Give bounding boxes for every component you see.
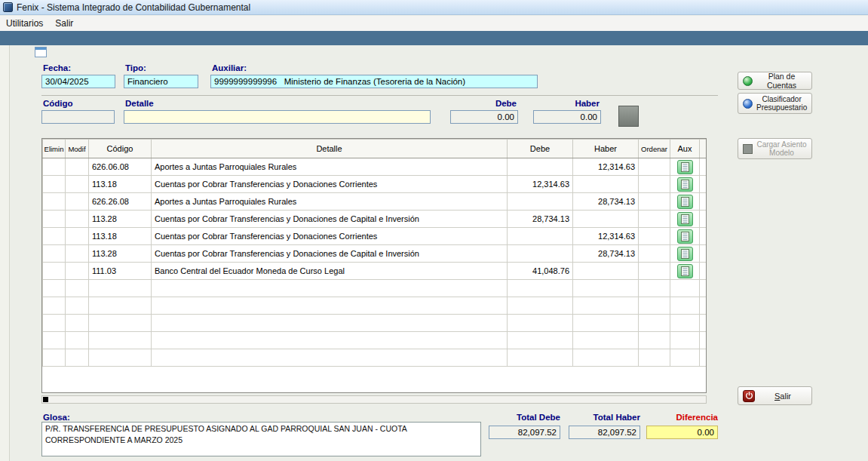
haber-cell[interactable]: 12,314.63 bbox=[573, 228, 639, 245]
clasificador-presupuestario-button[interactable]: Clasificador Presupuestario bbox=[738, 93, 812, 114]
aux-button[interactable] bbox=[677, 212, 693, 226]
ordenar-cell[interactable] bbox=[639, 193, 670, 211]
elimin-cell bbox=[43, 332, 66, 349]
salir-button[interactable]: Salir bbox=[738, 386, 812, 405]
haber-cell[interactable]: 28,734.13 bbox=[573, 193, 639, 211]
detalle-input[interactable] bbox=[124, 110, 431, 124]
haber-input[interactable] bbox=[533, 110, 601, 124]
ordenar-cell[interactable] bbox=[639, 228, 670, 245]
modif-cell[interactable] bbox=[66, 193, 89, 211]
fecha-input[interactable] bbox=[41, 75, 115, 88]
application-window: Fenix - Sistema Integrado de Contabilida… bbox=[0, 0, 868, 461]
debe-cell bbox=[508, 297, 573, 315]
tipo-label: Tipo: bbox=[125, 63, 146, 72]
aux-cell[interactable] bbox=[670, 245, 700, 263]
ordenar-cell[interactable] bbox=[639, 158, 670, 176]
haber-label: Haber bbox=[533, 99, 600, 108]
detalle-cell bbox=[152, 332, 508, 349]
entry-action-button[interactable] bbox=[618, 106, 639, 127]
elimin-cell[interactable] bbox=[43, 245, 66, 263]
note-icon bbox=[681, 180, 689, 189]
aux-cell[interactable] bbox=[670, 211, 700, 228]
new-document-button[interactable] bbox=[35, 47, 50, 60]
haber-cell[interactable] bbox=[573, 211, 639, 228]
elimin-cell bbox=[43, 315, 66, 332]
aux-button[interactable] bbox=[677, 264, 693, 278]
filler-cell bbox=[700, 158, 707, 176]
debe-cell[interactable] bbox=[508, 193, 573, 211]
modif-cell[interactable] bbox=[66, 176, 89, 193]
tipo-input[interactable] bbox=[124, 75, 198, 88]
codigo-cell[interactable]: 113.28 bbox=[89, 211, 152, 228]
aux-cell[interactable] bbox=[670, 228, 700, 245]
detalle-cell[interactable]: Cuentas por Cobrar Transferencias y Dona… bbox=[152, 211, 508, 228]
detalle-cell[interactable]: Cuentas por Cobrar Transferencias y Dona… bbox=[152, 245, 508, 263]
elimin-cell[interactable] bbox=[43, 193, 66, 211]
debe-cell[interactable]: 12,314.63 bbox=[508, 176, 573, 193]
modif-cell[interactable] bbox=[66, 263, 89, 280]
elimin-cell[interactable] bbox=[43, 228, 66, 245]
note-icon bbox=[681, 266, 689, 276]
elimin-cell[interactable] bbox=[43, 263, 66, 280]
codigo-input[interactable] bbox=[41, 110, 115, 124]
ordenar-cell[interactable] bbox=[639, 263, 670, 280]
debe-cell[interactable] bbox=[508, 158, 573, 176]
menu-salir[interactable]: Salir bbox=[49, 16, 79, 31]
codigo-cell bbox=[89, 315, 152, 332]
aux-cell[interactable] bbox=[670, 158, 700, 176]
filler-cell bbox=[700, 228, 707, 245]
total-haber-label: Total Haber bbox=[572, 413, 640, 422]
scrollbar-thumb[interactable] bbox=[43, 397, 48, 402]
glosa-textarea[interactable]: P/R. TRANSFERENCIA DE PRESUPUESTO ASIGNA… bbox=[41, 422, 481, 456]
ordenar-cell[interactable] bbox=[639, 245, 670, 263]
debe-cell[interactable] bbox=[508, 245, 573, 263]
aux-button[interactable] bbox=[677, 229, 693, 244]
elimin-cell[interactable] bbox=[43, 176, 66, 193]
modif-cell[interactable] bbox=[66, 228, 89, 245]
debe-input[interactable] bbox=[450, 110, 518, 124]
codigo-cell[interactable]: 626.26.08 bbox=[89, 193, 152, 211]
codigo-cell[interactable]: 626.06.08 bbox=[89, 158, 152, 176]
detalle-cell[interactable]: Banco Central del Ecuador Moneda de Curs… bbox=[152, 263, 508, 280]
entries-table-body: 626.06.08Aportes a Juntas Parroquiales R… bbox=[43, 158, 707, 367]
aux-cell[interactable] bbox=[670, 176, 700, 193]
modif-cell[interactable] bbox=[66, 158, 89, 176]
ordenar-cell[interactable] bbox=[639, 176, 670, 193]
haber-cell[interactable] bbox=[573, 176, 639, 193]
codigo-cell[interactable]: 113.28 bbox=[89, 245, 152, 263]
ordenar-cell[interactable] bbox=[639, 211, 670, 228]
aux-cell[interactable] bbox=[670, 263, 700, 280]
haber-cell[interactable]: 28,734.13 bbox=[573, 245, 639, 263]
modif-cell[interactable] bbox=[66, 211, 89, 228]
aux-button[interactable] bbox=[677, 195, 693, 209]
debe-cell[interactable]: 41,048.76 bbox=[508, 263, 573, 280]
debe-cell[interactable] bbox=[508, 228, 573, 245]
elimin-cell[interactable] bbox=[43, 158, 66, 176]
aux-button[interactable] bbox=[677, 247, 693, 261]
codigo-cell[interactable]: 111.03 bbox=[89, 263, 152, 280]
auxiliar-input[interactable] bbox=[210, 75, 538, 88]
debe-cell[interactable]: 28,734.13 bbox=[508, 211, 573, 228]
detalle-cell[interactable]: Cuentas por Cobrar Transferencias y Dona… bbox=[152, 228, 508, 245]
detalle-cell[interactable]: Aportes a Juntas Parroquiales Rurales bbox=[152, 193, 508, 211]
cargar-asiento-modelo-button[interactable]: Cargar Asiento Modelo bbox=[738, 138, 812, 159]
header-elimin: Elimin bbox=[43, 140, 66, 158]
detalle-cell[interactable]: Aportes a Juntas Parroquiales Rurales bbox=[152, 158, 508, 176]
haber-cell[interactable]: 12,314.63 bbox=[573, 158, 639, 176]
elimin-cell[interactable] bbox=[43, 211, 66, 228]
detalle-cell[interactable]: Cuentas por Cobrar Transferencias y Dona… bbox=[152, 176, 508, 193]
aux-button[interactable] bbox=[677, 177, 693, 192]
plan-de-cuentas-button[interactable]: Plan de Cuentas bbox=[738, 72, 812, 90]
modif-cell[interactable] bbox=[66, 245, 89, 263]
aux-cell bbox=[670, 349, 700, 367]
aux-button[interactable] bbox=[677, 160, 693, 174]
codigo-cell bbox=[89, 280, 152, 297]
fecha-label: Fecha: bbox=[43, 63, 71, 72]
aux-cell[interactable] bbox=[670, 193, 700, 211]
header-strip bbox=[0, 31, 868, 45]
codigo-cell[interactable]: 113.18 bbox=[89, 176, 152, 193]
haber-cell[interactable] bbox=[573, 263, 639, 280]
horizontal-scrollbar[interactable] bbox=[41, 395, 707, 404]
menu-utilitarios[interactable]: Utilitarios bbox=[0, 16, 49, 31]
codigo-cell[interactable]: 113.18 bbox=[89, 228, 152, 245]
